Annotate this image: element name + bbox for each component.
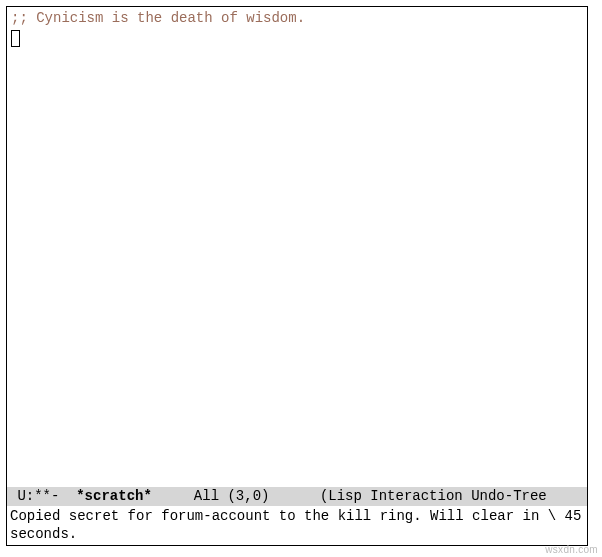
- modeline-modes: (Lisp Interaction Undo-Tree: [320, 488, 547, 504]
- modeline-gap: [269, 488, 319, 504]
- emacs-frame: ;; Cynicism is the death of wisdom. U:**…: [6, 6, 588, 546]
- watermark: wsxdn.com: [545, 544, 598, 555]
- comment-line: ;; Cynicism is the death of wisdom.: [11, 9, 583, 28]
- mode-line[interactable]: U:**- *scratch* All (3,0) (Lisp Interact…: [7, 487, 587, 506]
- echo-area: Copied secret for forum-account to the k…: [7, 506, 587, 545]
- modeline-gap: [152, 488, 194, 504]
- modeline-position: All (3,0): [194, 488, 270, 504]
- buffer-area[interactable]: ;; Cynicism is the death of wisdom.: [7, 7, 587, 487]
- buffer-name: *scratch*: [76, 488, 152, 504]
- cursor-line: [11, 30, 583, 49]
- text-cursor: [11, 30, 20, 47]
- modeline-status: U:**-: [9, 488, 76, 504]
- echo-message: Copied secret for forum-account to the k…: [10, 508, 581, 542]
